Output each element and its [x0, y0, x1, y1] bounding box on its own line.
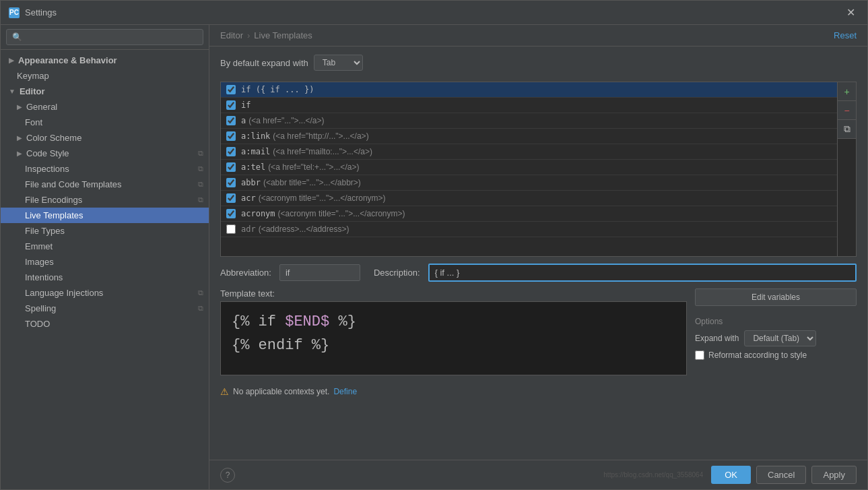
copy-icon: ⧉	[198, 288, 203, 297]
apply-button[interactable]: Apply	[811, 466, 857, 484]
sidebar-item-images[interactable]: Images	[1, 254, 209, 270]
template-item[interactable]: adr (<address>...</address>)	[221, 222, 837, 237]
breadcrumb-current: Live Templates	[254, 30, 312, 40]
template-checkbox[interactable]	[226, 162, 236, 172]
template-item[interactable]: a:mail (<a href="mailto:...">...</a>)	[221, 144, 837, 160]
template-checkbox[interactable]	[226, 85, 236, 94]
expand-with-label: Expand with	[695, 334, 739, 343]
template-checkbox[interactable]	[226, 116, 236, 125]
list-actions: + − ⧉	[837, 82, 856, 256]
template-name: a	[241, 116, 246, 125]
sidebar-item-label: Color Scheme	[26, 133, 81, 143]
sidebar-item-editor[interactable]: ▼ Editor	[1, 84, 209, 99]
sidebar-item-label: Spelling	[25, 303, 56, 313]
search-input[interactable]	[6, 29, 203, 45]
sidebar-item-label: General	[26, 102, 57, 112]
template-name: if ({ if ... })	[241, 85, 314, 94]
template-editor-wrap: Template text: {% if $END$ %} {% endif %…	[220, 288, 687, 375]
action-buttons: OK Cancel Apply	[711, 466, 857, 484]
sidebar-item-intentions[interactable]: Intentions	[1, 270, 209, 285]
template-name: a:mail	[241, 147, 270, 156]
warning-row: ⚠ No applicable contexts yet. Define	[220, 382, 857, 401]
sidebar-item-file-encodings[interactable]: File Encodings ⧉	[1, 192, 209, 208]
edit-variables-button[interactable]: Edit variables	[695, 288, 857, 306]
template-name: a:tel	[241, 162, 265, 172]
sidebar-item-todo[interactable]: TODO	[1, 316, 209, 332]
remove-template-button[interactable]: −	[838, 101, 856, 120]
template-checkbox[interactable]	[226, 100, 236, 110]
reformat-checkbox[interactable]	[695, 350, 704, 360]
sidebar-item-font[interactable]: Font	[1, 115, 209, 130]
expand-with-select[interactable]: Default (Tab) Tab Enter Space	[744, 330, 816, 346]
sidebar-item-file-types[interactable]: File Types	[1, 223, 209, 239]
template-text-label: Template text:	[220, 288, 687, 299]
abbreviation-input[interactable]	[279, 264, 360, 281]
template-item[interactable]: acr (<acronym title="...">...</acronym>)	[221, 191, 837, 206]
template-desc: (<a href="mailto:...">...</a>)	[273, 147, 372, 156]
sidebar-item-live-templates[interactable]: Live Templates	[1, 208, 209, 223]
sidebar-item-spelling[interactable]: Spelling ⧉	[1, 301, 209, 316]
close-button[interactable]: ✕	[842, 5, 859, 20]
template-desc: (<a href="tel:+...">...</a>)	[268, 162, 359, 172]
url-bar: https://blog.csdn.net/qq_3558064	[235, 471, 711, 479]
list-scrollbar	[838, 139, 856, 256]
ok-button[interactable]: OK	[711, 466, 751, 484]
template-item[interactable]: abbr (<abbr title="...">...</abbr>)	[221, 175, 837, 191]
copy-template-button[interactable]: ⧉	[838, 120, 856, 139]
template-checkbox[interactable]	[226, 209, 236, 218]
template-desc: (<a href="http://...">...</a>)	[273, 131, 368, 141]
template-name: if	[241, 100, 251, 110]
sidebar-item-label: Emmet	[25, 241, 53, 251]
template-item[interactable]: if	[221, 98, 837, 113]
copy-icon: ⧉	[198, 164, 203, 173]
sidebar-item-color-scheme[interactable]: ▶ Color Scheme	[1, 130, 209, 146]
sidebar-item-emmet[interactable]: Emmet	[1, 239, 209, 254]
add-template-button[interactable]: +	[838, 82, 856, 101]
sidebar-item-code-style[interactable]: ▶ Code Style ⧉	[1, 146, 209, 161]
arrow-icon: ▼	[9, 88, 15, 95]
template-checkbox[interactable]	[226, 178, 236, 187]
arrow-icon: ▶	[17, 150, 22, 157]
template-item[interactable]: a (<a href="...">...</a>)	[221, 113, 837, 129]
options-section: Options Expand with Default (Tab) Tab En…	[695, 317, 857, 360]
sidebar-item-label: Font	[25, 117, 42, 127]
sidebar: ▶ Appearance & Behavior Keymap ▼ Editor …	[1, 25, 209, 489]
breadcrumb: Editor › Live Templates	[220, 30, 312, 40]
sidebar-item-general[interactable]: ▶ General	[1, 99, 209, 115]
template-code-line1b: %}	[329, 313, 356, 330]
reset-button[interactable]: Reset	[834, 30, 857, 40]
settings-window: PC Settings ✕ ▶ Appearance & Behavior Ke…	[0, 0, 868, 490]
template-checkbox[interactable]	[226, 147, 236, 156]
template-desc: (<abbr title="...">...</abbr>)	[263, 178, 361, 187]
template-code-line1: {% if	[232, 313, 285, 330]
template-desc: (<acronym title="...">...</acronym>)	[259, 193, 386, 203]
define-link[interactable]: Define	[333, 387, 357, 396]
expand-select[interactable]: Tab Enter Space	[314, 55, 363, 71]
sidebar-item-label: Code Style	[26, 148, 69, 158]
sidebar-item-label: Inspections	[25, 164, 69, 174]
template-item[interactable]: if ({ if ... })	[221, 82, 837, 98]
template-name: acr	[241, 193, 256, 203]
template-code-line2: {% endif %}	[232, 337, 329, 354]
sidebar-item-label: File and Code Templates	[25, 179, 122, 189]
search-bar	[1, 25, 209, 50]
sidebar-tree: ▶ Appearance & Behavior Keymap ▼ Editor …	[1, 50, 209, 489]
help-button[interactable]: ?	[220, 468, 235, 483]
description-input[interactable]	[428, 264, 857, 282]
copy-icon: ⧉	[198, 180, 203, 189]
sidebar-item-file-code-templates[interactable]: File and Code Templates ⧉	[1, 177, 209, 192]
template-item[interactable]: a:tel (<a href="tel:+...">...</a>)	[221, 160, 837, 175]
bottom-bar: ? https://blog.csdn.net/qq_3558064 OK Ca…	[209, 460, 867, 489]
template-checkbox[interactable]	[226, 131, 236, 141]
template-editor[interactable]: {% if $END$ %} {% endif %}	[220, 301, 687, 375]
template-item[interactable]: acronym (<acronym title="...">...</acron…	[221, 206, 837, 222]
expand-with-row: Expand with Default (Tab) Tab Enter Spac…	[695, 330, 857, 346]
template-item[interactable]: a:link (<a href="http://...">...</a>)	[221, 129, 837, 144]
sidebar-item-keymap[interactable]: Keymap	[1, 68, 209, 84]
template-checkbox[interactable]	[226, 224, 236, 234]
sidebar-item-inspections[interactable]: Inspections ⧉	[1, 161, 209, 177]
sidebar-item-language-injections[interactable]: Language Injections ⧉	[1, 285, 209, 301]
template-checkbox[interactable]	[226, 193, 236, 203]
cancel-button[interactable]: Cancel	[756, 466, 806, 484]
sidebar-item-appearance[interactable]: ▶ Appearance & Behavior	[1, 53, 209, 68]
